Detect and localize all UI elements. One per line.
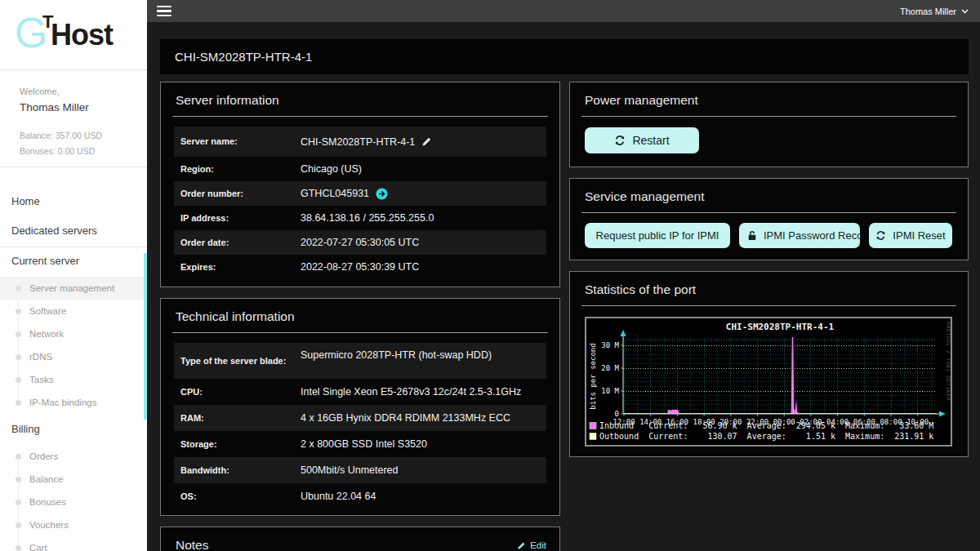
ipmi-reset-label: IPMI Reset: [893, 229, 945, 242]
sidebar-user-name: Thomas Miller: [20, 101, 134, 113]
welcome-label: Welcome,: [20, 87, 134, 96]
svg-text:30 M: 30 M: [601, 341, 619, 349]
expires-value: 2022-08-27 05:30:39 UTC: [301, 261, 419, 273]
sidebar-subitem-server-management[interactable]: Server management: [0, 277, 147, 300]
pencil-icon[interactable]: [421, 136, 432, 147]
service-management-title: Service management: [570, 179, 968, 212]
sidebar-item-billing[interactable]: Billing: [0, 417, 147, 440]
technical-information-panel: Technical information Type of the server…: [160, 298, 560, 516]
brand-logo[interactable]: G T Host: [0, 0, 147, 70]
technical-information-table: Type of the server blade: Supermicro 202…: [174, 343, 546, 509]
port-traffic-graph: 010 M20 M30 M12:0014:0016:0018:0020:0022…: [585, 317, 952, 447]
row-label: Expires:: [180, 260, 301, 274]
ipmi-reset-button[interactable]: IPMI Reset: [869, 223, 952, 248]
row-label: OS:: [180, 490, 301, 504]
ram-value: 4 x 16GB Hynix DDR4 RDIMM 2133MHz ECC: [301, 412, 510, 424]
rrdtool-chart: 010 M20 M30 M12:0014:0016:0018:0020:0022…: [586, 318, 951, 445]
table-row: Server name: CHI-SM2028TP-HTR-4-1: [174, 127, 546, 157]
left-column: Server information Server name: CHI-SM20…: [160, 82, 560, 551]
notes-panel: Notes Edit: [160, 527, 560, 551]
row-label: Order date:: [180, 236, 301, 250]
notes-edit-button[interactable]: Edit: [517, 540, 546, 550]
chart-ylabel: bits per second: [589, 343, 597, 409]
legend-swatch: [590, 423, 596, 429]
topbar: Thomas Miller: [147, 0, 980, 22]
ip-address-value: 38.64.138.16 / 255.255.255.0: [301, 212, 434, 224]
port-statistics-panel: Statistics of the port 010 M20 M30 M12:0…: [569, 271, 969, 457]
current-server-subnav: Server management Software Network rDNS …: [0, 277, 147, 414]
sidebar-subitem-ip-mac-bindings[interactable]: IP-Mac bindings: [0, 391, 147, 414]
pencil-icon: [517, 541, 526, 550]
sidebar: G T Host Welcome, Thomas Miller Balance:…: [0, 0, 147, 551]
row-label: Storage:: [180, 438, 301, 451]
ipmi-password-recovery-label: IPMI Password Recovery: [764, 229, 860, 242]
arrow-circle-right-icon[interactable]: [376, 188, 388, 200]
balance-text: Balance: 357.00 USD: [20, 131, 134, 140]
table-row: Bandwidth: 500Mbit/s Unmetered: [174, 457, 546, 483]
sidebar-item-dedicated-servers[interactable]: Dedicated servers: [0, 219, 147, 242]
row-label: Region:: [180, 162, 301, 176]
restart-label: Restart: [632, 134, 669, 147]
svg-text:20 M: 20 M: [601, 364, 619, 372]
blade-type-value: Supermicro 2028TP-HTR (hot-swap HDD): [301, 349, 492, 361]
user-menu[interactable]: Thomas Miller: [900, 7, 969, 16]
chart-title: CHI-SM2028TP-HTR-4-1: [726, 322, 835, 332]
row-label: Server name:: [180, 135, 301, 149]
sidebar-subitem-cart[interactable]: Cart: [0, 536, 147, 551]
sidebar-subitem-tasks[interactable]: Tasks: [0, 368, 147, 391]
ipmi-password-recovery-button[interactable]: IPMI Password Recovery: [739, 223, 860, 248]
divider: [581, 305, 956, 306]
svg-text:10 M: 10 M: [601, 387, 619, 395]
table-row: RAM: 4 x 16GB Hynix DDR4 RDIMM 2133MHz E…: [174, 405, 546, 431]
sidebar-subitem-balance[interactable]: Balance: [0, 468, 147, 491]
legend-swatch: [590, 433, 596, 440]
table-row: OS: Ubuntu 22.04 64: [174, 483, 546, 509]
sidebar-subitem-network[interactable]: Network: [0, 322, 147, 345]
request-public-ip-button[interactable]: Request public IP for IPMI: [585, 223, 730, 248]
storage-value: 2 x 800GB SSD Intel S3520: [301, 438, 427, 450]
row-label: Bandwidth:: [180, 464, 301, 478]
active-section-accent: [144, 253, 147, 420]
sidebar-subitem-rdns[interactable]: rDNS: [0, 345, 147, 368]
svg-text:0: 0: [615, 410, 619, 418]
chart-watermark: RRDTOOL / TOBI OETIKER: [945, 322, 951, 401]
logo-host-text: Host: [51, 18, 113, 52]
technical-information-title: Technical information: [161, 299, 559, 332]
refresh-icon: [614, 135, 626, 146]
table-row: Region: Chicago (US): [174, 157, 546, 181]
region-value: Chicago (US): [301, 163, 362, 175]
legend-row: Outbound Current: 130.07 Average: 1.51 k…: [599, 432, 933, 441]
hamburger-icon[interactable]: [157, 3, 172, 20]
billing-subnav: Orders Balance Bonuses Vouchers Cart: [0, 445, 147, 551]
page-title: CHI-SM2028TP-HTR-4-1: [160, 39, 969, 74]
sidebar-subitem-orders[interactable]: Orders: [0, 445, 147, 468]
order-number-value: GTHCL045931: [301, 188, 369, 199]
restart-button[interactable]: Restart: [585, 127, 699, 153]
server-information-title: Server information: [161, 82, 559, 116]
table-row: Order number: GTHCL045931: [174, 181, 546, 206]
sidebar-item-home[interactable]: Home: [0, 189, 147, 212]
os-value: Ubuntu 22.04 64: [301, 491, 376, 502]
user-menu-label: Thomas Miller: [900, 7, 956, 16]
notes-title: Notes: [176, 538, 209, 551]
sidebar-item-current-server[interactable]: Current server: [0, 249, 147, 272]
table-row: Order date: 2022-07-27 05:30:05 UTC: [174, 230, 546, 255]
refresh-icon: [875, 230, 886, 241]
sidebar-subitem-bonuses[interactable]: Bonuses: [0, 491, 147, 513]
power-management-title: Power management: [570, 82, 968, 116]
table-row: CPU: Intel Single Xeon E5-2678v3 12c/24t…: [174, 379, 546, 405]
lock-icon: [747, 230, 757, 241]
sidebar-subitem-vouchers[interactable]: Vouchers: [0, 513, 147, 536]
bonuses-text: Bonuses: 0.00 USD: [20, 146, 134, 156]
bandwidth-value: 500Mbit/s Unmetered: [301, 464, 399, 476]
sidebar-subitem-software[interactable]: Software: [0, 300, 147, 322]
chevron-down-icon: [961, 9, 969, 14]
divider: [581, 212, 956, 213]
row-label: CPU:: [180, 385, 301, 399]
table-row: IP address: 38.64.138.16 / 255.255.255.0: [174, 206, 546, 230]
divider: [172, 116, 548, 117]
legend-row: Inbound Current: 56.90 k Average: 294.05…: [599, 421, 933, 430]
row-label: IP address:: [180, 211, 301, 225]
table-row: Storage: 2 x 800GB SSD Intel S3520: [174, 431, 546, 457]
server-information-table: Server name: CHI-SM2028TP-HTR-4-1 Region…: [174, 127, 546, 279]
